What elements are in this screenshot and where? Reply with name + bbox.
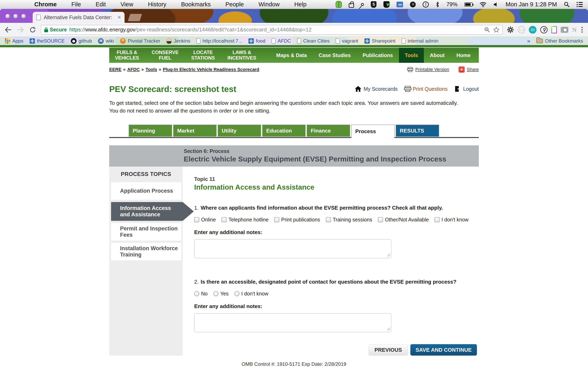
nav-case-studies[interactable]: Case Studies — [313, 48, 357, 63]
sidebar-item-installation-training[interactable]: Installation Workforce Training — [111, 243, 181, 260]
key-status-icon[interactable] — [361, 2, 365, 7]
printable-version-link[interactable]: Printable Version — [407, 67, 449, 72]
zoom-window-button[interactable] — [21, 14, 26, 18]
logout-link[interactable]: Logout — [455, 86, 479, 92]
address-bar[interactable]: Secure https://www.afdc.energy.gov/pev-r… — [41, 25, 503, 35]
nav-tools[interactable]: Tools — [399, 48, 424, 63]
shield-5-status-icon[interactable]: 5 — [371, 1, 376, 8]
nav-maps-data[interactable]: Maps & Data — [270, 48, 313, 63]
zoom-out-icon[interactable] — [484, 27, 490, 33]
nav-conserve-fuel[interactable]: CONSERVE FUEL — [152, 50, 179, 61]
notification-center-icon[interactable] — [577, 1, 583, 8]
chrome-menu-icon[interactable] — [580, 27, 584, 33]
forward-icon[interactable] — [16, 26, 25, 34]
menu-bookmarks[interactable]: Bookmarks — [181, 1, 211, 8]
password-extension-icon[interactable] — [540, 26, 548, 33]
option-other-not-available[interactable]: Other/Not Available — [378, 217, 429, 223]
wifi-icon[interactable] — [480, 1, 486, 8]
bookmark-github[interactable]: github — [71, 38, 92, 44]
lock-status-icon[interactable] — [349, 3, 354, 8]
checkbox[interactable] — [194, 217, 199, 222]
menu-file[interactable]: File — [71, 1, 81, 8]
browser-tab[interactable]: Alternative Fuels Data Center: × — [33, 12, 125, 23]
bookmark-star-icon[interactable] — [493, 27, 499, 33]
notes-textarea-2[interactable] — [194, 313, 391, 332]
back-icon[interactable] — [4, 26, 12, 34]
option-print-publications[interactable]: Print publications — [274, 217, 320, 223]
spotlight-search-icon[interactable] — [564, 1, 570, 8]
checkbox[interactable] — [326, 217, 331, 222]
battery-icon[interactable] — [465, 2, 473, 7]
new-tab-button[interactable] — [128, 14, 142, 21]
checkbox[interactable] — [434, 217, 440, 222]
bookmark-vagrant[interactable]: vagrant — [336, 38, 358, 44]
refresh-icon[interactable] — [29, 26, 37, 34]
gear-extension-icon[interactable] — [507, 26, 514, 33]
notes-textarea-1[interactable] — [194, 239, 391, 258]
menu-edit[interactable]: Edit — [95, 1, 106, 8]
menu-app-name[interactable]: Chrome — [34, 1, 57, 8]
bookmark-clean-cities[interactable]: Clean Cities — [297, 38, 329, 44]
print-questions-link[interactable]: Print Questions — [405, 86, 448, 92]
minimize-window-button[interactable] — [13, 14, 18, 18]
option-i-dont-know[interactable]: I don't know — [234, 291, 268, 297]
camera-extension-icon[interactable] — [561, 27, 568, 33]
nav-fuels-vehicles[interactable]: FUELS & VEHICLES — [115, 50, 139, 61]
close-window-button[interactable] — [5, 14, 10, 18]
tab-close-icon[interactable]: × — [118, 15, 121, 20]
nav-laws-incentives[interactable]: LAWS & INCENTIVES — [227, 50, 256, 61]
bookmark-jenkins[interactable]: Jenkins — [166, 38, 190, 44]
my-scorecards-link[interactable]: My Scorecards — [355, 86, 398, 92]
share-link[interactable]: + Share — [458, 67, 479, 73]
option-yes[interactable]: Yes — [213, 291, 229, 297]
tab-market[interactable]: Market — [173, 125, 217, 137]
bookmark-pivotal-tracker[interactable]: * Pivotal Tracker — [120, 38, 160, 44]
colorful-doc-extension-icon[interactable] — [551, 26, 557, 33]
menu-help[interactable]: Help — [294, 1, 306, 8]
secure-badge[interactable]: Secure — [44, 27, 67, 33]
m-extension-icon[interactable]: m — [529, 26, 536, 34]
braces-extension-icon[interactable]: {...} — [518, 26, 525, 33]
url-text[interactable]: https://www.afdc.energy.gov/pev-readines… — [69, 26, 482, 33]
sidebar-item-application-process[interactable]: Application Process — [111, 182, 181, 200]
bookmark-thesource[interactable]: theSOURCE — [30, 38, 65, 44]
breadcrumb-scorecard[interactable]: Plug-In Electric Vehicle Readiness Score… — [163, 67, 259, 72]
breadcrumb-afdc[interactable]: AFDC — [127, 67, 140, 72]
previous-button[interactable]: PREVIOUS — [369, 344, 408, 356]
sidebar-item-permit-fees[interactable]: Permit and Inspection Fees — [111, 223, 181, 241]
bookmark-apps[interactable]: Apps — [5, 38, 24, 44]
option-no[interactable]: No — [194, 291, 208, 297]
breadcrumb-tools[interactable]: Tools — [146, 67, 157, 72]
bookmark-wiki[interactable]: M wiki — [98, 38, 114, 44]
menu-history[interactable]: History — [148, 1, 166, 8]
radio-button[interactable] — [234, 291, 240, 296]
tab-utility[interactable]: Utility — [218, 125, 261, 137]
option-online[interactable]: Online — [194, 217, 216, 223]
breadcrumb-eere[interactable]: EERE — [109, 67, 121, 72]
bookmark-afdc[interactable]: AFDC — [272, 38, 291, 44]
option-telephone-hotline[interactable]: Telephone hotline — [222, 217, 268, 223]
option-i-dont-know[interactable]: I don't know — [434, 217, 468, 223]
nav-home[interactable]: Home — [450, 48, 479, 63]
menu-clock[interactable]: Mon Jan 9 1:28 PM — [506, 1, 557, 8]
volume-icon[interactable] — [493, 1, 499, 8]
tab-results[interactable]: RESULTS — [396, 125, 439, 137]
menu-people[interactable]: People — [225, 1, 244, 8]
tab-education[interactable]: Education — [262, 125, 306, 137]
menu-window[interactable]: Window — [259, 1, 279, 8]
nav-about[interactable]: About — [424, 48, 450, 63]
bookmark-internal-admin[interactable]: internal admin — [402, 38, 439, 44]
chevrons-badge-status-icon[interactable]: »» — [397, 2, 403, 7]
bookmark-food[interactable]: food — [249, 38, 265, 44]
option-training-sessions[interactable]: Training sessions — [326, 217, 372, 223]
sidebar-item-information-access[interactable]: Information Access and Assistance — [111, 202, 183, 221]
coffee-cup-status-icon[interactable] — [410, 2, 416, 7]
tab-finance[interactable]: Finance — [307, 125, 350, 137]
bookmark-sharepoint[interactable]: Sharepoint — [364, 38, 396, 44]
alert-clock-status-icon[interactable]: ! — [423, 1, 429, 8]
nav-publications[interactable]: Publications — [357, 48, 399, 63]
green-app-status-icon[interactable] — [336, 1, 342, 8]
nav-locate-stations[interactable]: LOCATE STATIONS — [191, 50, 215, 61]
checkbox[interactable] — [378, 217, 383, 222]
bluetooth-icon[interactable] — [436, 1, 439, 8]
